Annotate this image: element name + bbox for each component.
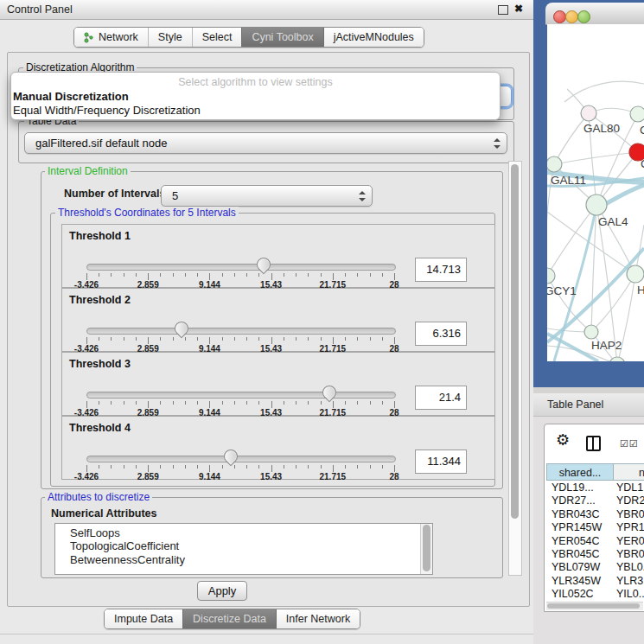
popup-layer-spacer [10,72,499,118]
threshold-panel-3: Threshold 3-3.4262.8599.14415.4321.71528… [61,352,495,416]
slider-tick [394,337,395,344]
table-data-combo[interactable]: galFiltered.sif default node [24,132,507,154]
threshold-label: Threshold 1 [69,230,131,242]
slider-tick [160,273,161,277]
network-edge[interactable] [554,113,589,164]
network-node-label: GAL4 [598,215,628,228]
float-window-icon[interactable] [498,5,508,15]
slider-tick [284,337,284,341]
slider-track[interactable] [86,392,396,399]
slider-tick [345,401,346,405]
apply-button[interactable]: Apply [197,581,247,601]
slider-tick [308,465,309,469]
threshold-slider[interactable]: -3.4262.8599.14415.4321.71528 [86,448,394,477]
network-canvas[interactable]: GAL80GACGAL11GAL4GCY1HHAP2 [547,24,644,361]
slider-tick [284,401,284,405]
slider-tick [370,401,371,405]
mode-tab-label: Infer Network [286,613,350,625]
tab-label: Select [202,31,233,43]
threshold-slider[interactable]: -3.4262.8599.14415.4321.71528 [86,320,394,349]
slider-tick [148,273,149,280]
attribute-item[interactable]: BetweennessCentrality [55,553,432,566]
number-of-intervals-combo[interactable]: 5 [161,185,373,207]
table-row[interactable]: YBR043CYBR0... [545,508,644,521]
mode-tab-impute-data[interactable]: Impute Data [105,609,182,628]
list-scrollbar-thumb[interactable] [423,525,430,571]
table-row[interactable]: YBL079WYBL0... [545,561,644,574]
mode-tab-infer-network[interactable]: Infer Network [276,609,360,628]
slider-track[interactable] [86,456,396,462]
network-node-gal4[interactable] [586,194,607,215]
slider-tick [111,465,112,469]
slider-tick [333,401,334,408]
close-traffic-light[interactable] [553,10,566,23]
network-icon [84,32,93,43]
slider-tick [345,273,346,277]
minimize-traffic-light[interactable] [565,10,578,23]
threshold-slider[interactable]: -3.4262.8599.14415.4321.71528 [86,256,394,285]
slider-tick [197,401,198,405]
slider-tick [258,337,259,341]
network-node-node-top-right[interactable] [630,106,644,122]
network-node-node-right-h[interactable] [627,265,644,283]
table-row[interactable]: YER054CYER0... [545,535,644,548]
mode-tab-label: Impute Data [114,613,173,625]
list-scrollbar[interactable] [420,524,432,574]
attribute-item[interactable]: SelfLoops [55,524,432,539]
table-row[interactable]: YPR145WYPR1... [545,521,644,534]
slider-tick [160,465,161,469]
network-node-hap2[interactable] [584,325,598,339]
table-row[interactable]: YDR27...YDR2... [545,494,644,507]
split-view-icon[interactable] [586,436,601,451]
close-icon[interactable]: ✖ [514,3,523,15]
attribute-item[interactable]: TopologicalCoefficient [55,539,432,552]
table-row[interactable]: YBR045CYBR0... [545,548,644,561]
threshold-value-field[interactable]: 6.316 [415,322,467,346]
slider-thumb[interactable] [320,383,340,403]
slider-tick [99,337,99,341]
network-node-label: GAL80 [583,122,620,135]
table-row[interactable]: YDL19...YDL1... [545,481,644,494]
network-node-gal11[interactable] [547,156,562,172]
slider-thumb[interactable] [254,255,274,275]
slider-tick [271,337,272,344]
tab-select[interactable]: Select [192,28,242,47]
slider-tick [234,401,235,405]
tab-network[interactable]: Network [74,28,148,47]
network-edge[interactable] [554,152,638,164]
slider-track[interactable] [86,328,396,335]
panel-scrollbar-thumb[interactable] [511,164,519,519]
column-header-2[interactable]: na [614,463,644,481]
slider-tick [394,273,395,280]
checkbox-icons[interactable]: ☑☑ [620,438,639,450]
zoom-traffic-light[interactable] [577,10,590,23]
slider-thumb[interactable] [221,447,241,467]
column-header-1[interactable]: shared... [546,463,614,481]
threshold-slider[interactable]: -3.4262.8599.14415.4321.71528 [86,384,394,413]
slider-tick [86,401,87,408]
tab-jactivemnodules[interactable]: jActiveMNodules [323,28,424,47]
slider-tick [136,465,137,469]
slider-tick [284,273,284,277]
table-row[interactable]: YLR345WYLR3... [545,575,644,588]
slider-thumb[interactable] [172,319,192,339]
threshold-value-field[interactable]: 21.4 [415,386,467,410]
slider-tick [148,401,149,408]
numerical-attributes-list[interactable]: SelfLoopsTopologicalCoefficientBetweenne… [54,523,433,575]
tab-cyni-toolbox[interactable]: Cyni Toolbox [241,28,322,47]
threshold-value-field[interactable]: 14.713 [415,258,467,282]
panel-scrollbar[interactable] [508,161,522,576]
slider-tick [345,337,346,341]
table-row[interactable]: YIL052CYIL0... [545,588,644,601]
settings-gear-icon[interactable]: ⚙ [556,432,570,448]
threshold-value-field[interactable]: 11.344 [415,450,467,474]
tab-style[interactable]: Style [148,28,192,47]
network-node-gal80[interactable] [581,105,596,121]
slider-track[interactable] [86,264,396,271]
table-scrollbar-thumb[interactable] [547,603,640,609]
threshold-label: Threshold 2 [69,294,131,306]
network-node-gcy1[interactable] [547,268,555,284]
slider-tick [394,401,395,408]
mode-tab-discretize-data[interactable]: Discretize Data [182,609,276,628]
table-horizontal-scrollbar[interactable] [546,602,643,610]
